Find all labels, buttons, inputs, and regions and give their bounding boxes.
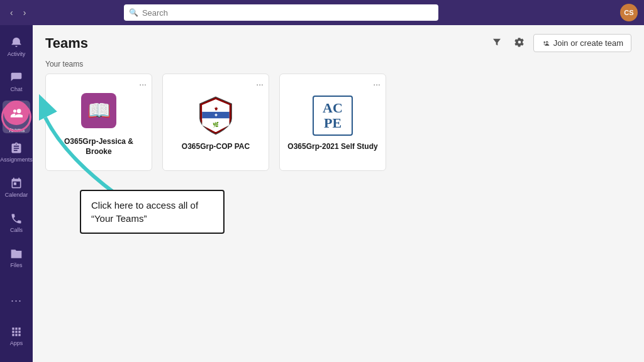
apps-icon [10, 326, 23, 338]
sidebar-item-files[interactable]: Files [3, 241, 30, 274]
gear-icon [514, 37, 525, 47]
phone-icon [10, 212, 23, 225]
svg-text:⚜: ⚜ [214, 106, 218, 112]
svg-text:🌿: 🌿 [213, 121, 219, 128]
sidebar-bottom: ··· Apps [3, 284, 30, 357]
title-bar: ‹ › 🔍 CS [0, 0, 644, 25]
team-card-menu-2[interactable]: ··· [256, 79, 264, 89]
sidebar-item-activity[interactable]: Activity [3, 30, 30, 63]
section-label: Your teams [33, 57, 644, 74]
folder-icon [10, 248, 23, 260]
nav-arrows: ‹ › [6, 6, 30, 19]
filter-icon [492, 37, 502, 47]
annotation-box: Click here to access all of “Your Teams” [80, 190, 225, 234]
ellipsis-icon: ··· [11, 294, 22, 307]
sidebar: Activity Chat Teams Assignments Calendar… [0, 25, 33, 362]
join-create-label: Join or create team [553, 38, 623, 48]
sidebar-item-apps[interactable]: Apps [3, 319, 30, 352]
highlight-ring [1, 102, 31, 132]
main-content: Teams Join or create team Your teams [33, 25, 644, 362]
teams-grid: ··· 📖 O365Grp-Jessica & Brooke ··· [33, 74, 644, 171]
team-card-3[interactable]: ··· AC PE O365Grp-2021 Self Study [279, 74, 386, 171]
team-card-1[interactable]: ··· 📖 O365Grp-Jessica & Brooke [45, 74, 152, 171]
team-card-2[interactable]: ··· ⚜ ✦ 🌿 O [162, 74, 269, 171]
main-wrapper: ··· 📖 O365Grp-Jessica & Brooke ··· [33, 74, 644, 362]
sidebar-item-label: Chat [10, 86, 22, 92]
sidebar-item-label: Assignments [0, 156, 33, 163]
svg-text:✦: ✦ [214, 112, 218, 118]
team-name-3: O365Grp-2021 Self Study [287, 142, 377, 152]
annotation-text: Click here to access all of “Your Teams” [91, 200, 198, 224]
sidebar-item-label: Calendar [5, 192, 28, 198]
top-bar-actions: Join or create team [488, 34, 631, 52]
team-logo-1: 📖 [79, 90, 119, 131]
clipboard-icon [10, 142, 23, 155]
back-button[interactable]: ‹ [6, 6, 17, 19]
filter-button[interactable] [488, 35, 506, 52]
sidebar-item-label: Activity [8, 51, 26, 57]
settings-button[interactable] [511, 35, 528, 52]
sidebar-item-label: Calls [10, 227, 23, 233]
app-layout: Activity Chat Teams Assignments Calendar… [0, 25, 644, 362]
team-logo-3: AC PE [313, 96, 353, 136]
team-logo-2: ⚜ ✦ 🌿 [196, 96, 236, 136]
acpe-text2: PE [324, 116, 341, 131]
team-card-menu-3[interactable]: ··· [373, 79, 380, 89]
top-bar: Teams Join or create team [33, 25, 644, 57]
avatar-button[interactable]: CS [620, 4, 638, 21]
sidebar-item-more[interactable]: ··· [3, 284, 30, 317]
search-input[interactable] [142, 8, 433, 18]
acpe-logo: AC PE [313, 96, 353, 136]
acpe-text: AC [323, 101, 343, 116]
team-card-menu-1[interactable]: ··· [139, 79, 147, 89]
sidebar-item-calendar[interactable]: Calendar [3, 171, 30, 204]
sidebar-item-label: Apps [10, 340, 23, 346]
search-icon: 🔍 [129, 8, 138, 17]
search-bar: 🔍 [124, 4, 438, 21]
calendar-icon [10, 177, 23, 190]
team-name-2: O365Grp-COP PAC [182, 142, 250, 152]
book-icon: 📖 [81, 93, 116, 128]
sidebar-item-chat[interactable]: Chat [3, 65, 30, 98]
bell-icon [10, 36, 23, 49]
team-name-1: O365Grp-Jessica & Brooke [52, 137, 145, 156]
chat-icon [10, 72, 23, 84]
join-icon [541, 39, 550, 48]
sidebar-item-teams[interactable]: Teams [3, 101, 30, 133]
sidebar-item-assignments[interactable]: Assignments [3, 136, 30, 168]
sidebar-item-calls[interactable]: Calls [3, 206, 30, 239]
forward-button[interactable]: › [19, 6, 30, 19]
join-create-button[interactable]: Join or create team [533, 34, 631, 52]
shield-svg: ⚜ ✦ 🌿 [199, 96, 233, 136]
sidebar-item-label: Files [10, 262, 22, 268]
page-title: Teams [45, 35, 482, 52]
